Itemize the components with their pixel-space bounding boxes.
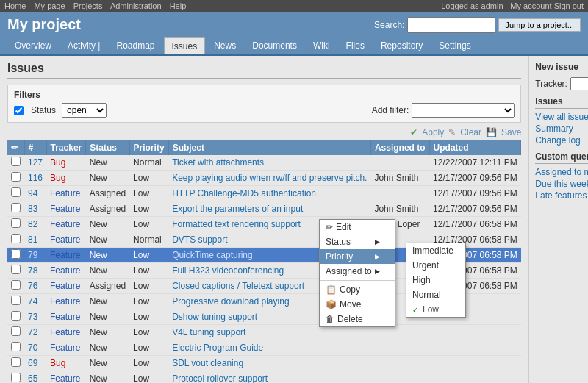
row-updated: 12/17/2007 06:58 PM	[429, 217, 521, 232]
row-id-link[interactable]: 70	[28, 343, 37, 353]
row-checkbox[interactable]	[11, 218, 21, 228]
page-title: Issues	[7, 62, 521, 79]
header-id[interactable]: #	[24, 140, 46, 155]
apply-link[interactable]: Apply	[422, 127, 444, 137]
nav-help[interactable]: Help	[170, 1, 187, 10]
row-id-link[interactable]: 72	[28, 327, 37, 337]
add-filter-select[interactable]: Tracker Priority Assigned to	[412, 103, 514, 118]
row-checkbox[interactable]	[11, 342, 21, 351]
nav-mypage[interactable]: My page	[34, 1, 65, 10]
row-id-link[interactable]: 81	[28, 235, 37, 245]
row-subject-link[interactable]: Dshow tuning support	[172, 312, 257, 322]
search-input[interactable]	[407, 17, 495, 33]
menu-delete[interactable]: 🗑 Delete	[320, 312, 395, 326]
row-id-link[interactable]: 69	[28, 358, 37, 368]
clear-link[interactable]: Clear	[460, 127, 481, 137]
tab-news[interactable]: News	[207, 37, 243, 54]
tab-overview[interactable]: Overview	[7, 37, 59, 54]
priority-normal[interactable]: Normal	[406, 287, 465, 302]
row-subject-link[interactable]: Progressive download playing	[172, 296, 289, 307]
change-log-link[interactable]: Change log	[535, 135, 588, 146]
save-link[interactable]: Save	[501, 127, 521, 137]
nav-home[interactable]: Home	[4, 1, 26, 10]
row-id-link[interactable]: 116	[28, 173, 43, 183]
menu-priority[interactable]: Priority	[320, 249, 395, 264]
high-label: High	[412, 275, 431, 285]
row-subject-link[interactable]: Formatted text rendering support	[172, 219, 301, 229]
row-subject: Ticket with attachments	[168, 155, 370, 171]
row-subject-link[interactable]: QuickTime capturing	[172, 250, 253, 260]
row-checkbox[interactable]	[11, 187, 21, 197]
row-subject-link[interactable]: SDL vout cleaning	[172, 358, 243, 368]
row-id-link[interactable]: 83	[28, 204, 37, 214]
row-id-link[interactable]: 94	[28, 188, 37, 198]
row-checkbox[interactable]	[11, 265, 21, 274]
row-id-link[interactable]: 74	[28, 296, 37, 307]
header-tracker[interactable]: Tracker	[46, 140, 86, 155]
tracker-field: Tracker: Bug Feature	[535, 77, 588, 90]
header-status[interactable]: Status	[86, 140, 129, 155]
priority-high[interactable]: High	[406, 273, 465, 287]
row-subject-link[interactable]: HTTP Challenge-MD5 authentication	[172, 188, 316, 198]
row-id-link[interactable]: 79	[28, 250, 37, 260]
priority-urgent[interactable]: Urgent	[406, 258, 465, 273]
row-subject-link[interactable]: Export the parameters of an input	[172, 204, 303, 214]
row-subject-link[interactable]: DVTS support	[172, 235, 227, 245]
row-id-link[interactable]: 127	[28, 157, 43, 168]
row-checkbox[interactable]	[11, 172, 21, 182]
due-this-week-link[interactable]: Due this week	[535, 179, 588, 189]
row-id-link[interactable]: 65	[28, 373, 37, 383]
tracker-select[interactable]: Bug Feature	[570, 77, 588, 90]
menu-copy[interactable]: 📋 Copy	[320, 282, 395, 297]
row-checkbox[interactable]	[11, 280, 21, 290]
tab-files[interactable]: Files	[339, 37, 372, 54]
row-subject-link[interactable]: V4L tuning support	[172, 327, 245, 337]
tab-roadmap[interactable]: Roadmap	[109, 37, 162, 54]
header-updated[interactable]: Updated	[429, 140, 521, 155]
row-checkbox[interactable]	[11, 203, 21, 212]
priority-immediate[interactable]: Immediate	[406, 243, 465, 258]
summary-link[interactable]: Summary	[535, 124, 588, 134]
header-assigned-to[interactable]: Assigned to	[370, 140, 429, 155]
row-checkbox[interactable]	[11, 311, 21, 321]
tab-repository[interactable]: Repository	[373, 37, 430, 54]
menu-status[interactable]: Status	[320, 235, 395, 249]
row-id-link[interactable]: 76	[28, 281, 37, 291]
row-subject-link[interactable]: Ticket with attachments	[172, 157, 264, 168]
jump-to-project-button[interactable]: Jump to a project...	[498, 18, 581, 32]
menu-assigned-to[interactable]: Assigned to	[320, 264, 395, 279]
nav-projects[interactable]: Projects	[74, 1, 103, 10]
row-subject-link[interactable]: Keep playing audio when rw/ff and preser…	[172, 173, 367, 183]
tab-wiki[interactable]: Wiki	[306, 37, 337, 54]
tab-issues[interactable]: Issues	[164, 37, 206, 54]
view-all-issues-link[interactable]: View all issues	[535, 112, 588, 122]
row-checkbox-cell	[7, 232, 24, 248]
tab-settings[interactable]: Settings	[431, 37, 478, 54]
status-filter-checkbox[interactable]	[14, 106, 24, 115]
row-checkbox[interactable]	[11, 157, 21, 166]
row-checkbox[interactable]	[11, 357, 21, 367]
assigned-to-me-link[interactable]: Assigned to me	[535, 167, 588, 177]
row-checkbox[interactable]	[11, 326, 21, 336]
row-checkbox[interactable]	[11, 249, 21, 259]
row-checkbox[interactable]	[11, 296, 21, 305]
tab-documents[interactable]: Documents	[245, 37, 304, 54]
row-checkbox[interactable]	[11, 373, 21, 382]
late-features-link[interactable]: Late features	[535, 190, 588, 201]
row-id-link[interactable]: 78	[28, 265, 37, 276]
nav-admin[interactable]: Administration	[110, 1, 162, 10]
row-subject-link[interactable]: Closed captions / Teletext support	[172, 281, 304, 291]
menu-move[interactable]: 📦 Move	[320, 297, 395, 312]
status-filter-select[interactable]: open closed *	[62, 103, 107, 118]
menu-edit[interactable]: ✏ Edit	[320, 220, 395, 235]
priority-low[interactable]: Low	[406, 302, 465, 317]
row-subject-link[interactable]: Full H323 videoconferencing	[172, 265, 284, 276]
row-subject-link[interactable]: Protocol rollover support	[172, 373, 268, 383]
tab-activity[interactable]: Activity |	[60, 37, 107, 54]
row-subject-link[interactable]: Electric Program Guide	[172, 343, 263, 353]
row-id-link[interactable]: 82	[28, 219, 37, 229]
header-priority[interactable]: Priority	[129, 140, 168, 155]
row-id-link[interactable]: 73	[28, 312, 37, 322]
row-checkbox[interactable]	[11, 234, 21, 243]
header-subject[interactable]: Subject	[168, 140, 370, 155]
